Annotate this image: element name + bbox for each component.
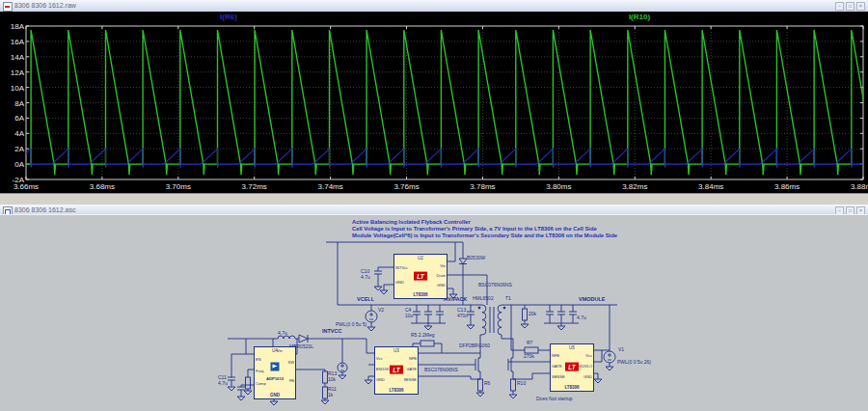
cap_v-symbol bbox=[374, 271, 382, 274]
ic-U2[interactable]: U2INTVccGNDVinDrainGNDLTLT8306 bbox=[393, 254, 448, 299]
component-label: R7 bbox=[527, 341, 532, 345]
ground-symbol bbox=[606, 367, 613, 370]
annotation-line: Active Balancing Isolated Flyback Contro… bbox=[352, 219, 617, 226]
component-label: B0530W bbox=[467, 256, 485, 260]
x-tick-label: 3.74ms bbox=[318, 182, 343, 191]
annotation-line: Module Voltage(Cell*6) is Input to Trans… bbox=[352, 233, 617, 239]
res_v-symbol bbox=[523, 309, 528, 320]
component-label: 470n bbox=[457, 314, 468, 318]
net-label: INTVCC bbox=[322, 329, 341, 334]
window-control-button[interactable]: – bbox=[835, 2, 844, 11]
y-tick-label: 0A bbox=[14, 160, 24, 169]
component-label: 4.7u bbox=[361, 275, 370, 280]
cap_v-symbol bbox=[413, 312, 420, 315]
window-control-button[interactable]: □ bbox=[846, 2, 854, 11]
cap_v-symbol bbox=[546, 312, 554, 315]
y-tick-label: 10A bbox=[11, 84, 25, 93]
res_v-symbol bbox=[511, 379, 516, 391]
window-controls[interactable]: –□× bbox=[835, 2, 865, 11]
waveform-svg: 3.66ms3.68ms3.70ms3.72ms3.74ms3.76ms3.78… bbox=[0, 12, 868, 193]
component-label: 1k bbox=[328, 393, 333, 397]
component-label: R6 bbox=[484, 381, 490, 386]
annotation-line: Cell Voltage is Input to Transformer's P… bbox=[352, 226, 617, 233]
y-tick-label: 12A bbox=[11, 68, 25, 77]
cap_v-symbol bbox=[237, 387, 245, 390]
x-tick-label: 3.78ms bbox=[470, 182, 495, 191]
res_v-symbol bbox=[323, 387, 328, 398]
ground-symbol bbox=[594, 379, 602, 383]
ground-symbol bbox=[476, 393, 484, 397]
x-tick-label: 3.68ms bbox=[90, 182, 115, 191]
res_v-symbol bbox=[478, 379, 483, 391]
ground-symbol bbox=[270, 401, 278, 405]
component-label: 4.7u bbox=[577, 315, 586, 320]
adi-logo bbox=[271, 363, 280, 371]
waveform-plot-area[interactable]: 3.66ms3.68ms3.70ms3.72ms3.74ms3.76ms3.78… bbox=[0, 12, 868, 193]
ground-symbol bbox=[237, 397, 245, 400]
legend-IR10[interactable]: I(R10) bbox=[629, 13, 650, 21]
waveform-window-icon bbox=[3, 2, 13, 12]
component-label: R10 bbox=[517, 381, 526, 386]
component-label: V2 bbox=[378, 308, 384, 313]
res_v-symbol bbox=[323, 371, 328, 383]
ic-U3[interactable]: U3VccEN/UVLOGNDNFBGATESENSELTLT8306 bbox=[374, 346, 419, 395]
legend-IR6[interactable]: I(R6) bbox=[220, 13, 237, 21]
x-tick-label: 3.72ms bbox=[242, 182, 267, 191]
x-tick-label: 3.76ms bbox=[393, 182, 419, 191]
component-label: T1 bbox=[505, 296, 511, 301]
x-tick-label: 3.70ms bbox=[166, 182, 191, 191]
cap_v-symbol bbox=[228, 377, 235, 380]
nmos-symbol bbox=[508, 358, 513, 371]
ground-symbol bbox=[557, 326, 565, 330]
x-tick-label: 3.82ms bbox=[622, 182, 647, 191]
component-label: DFP2BRG060 bbox=[459, 343, 490, 348]
window-control-button[interactable]: × bbox=[856, 2, 865, 11]
ic-U4[interactable]: U4ENFreqCompSWFBVinADP1612GND bbox=[254, 346, 296, 399]
component-label: HML6502 bbox=[473, 296, 494, 301]
component-label: 4.7u bbox=[278, 331, 287, 336]
ground-symbol bbox=[321, 400, 329, 404]
y-tick-label: -2A bbox=[13, 176, 25, 184]
cap_v-symbol bbox=[557, 312, 565, 315]
diode_v-symbol bbox=[459, 257, 467, 271]
y-tick-label: 16A bbox=[11, 38, 25, 46]
y-tick-label: 14A bbox=[11, 53, 25, 62]
component-label: Does Not startup bbox=[536, 397, 573, 401]
component-label: PWL(0 0 5u 5) bbox=[336, 322, 366, 327]
lt-logo: LT bbox=[390, 366, 403, 374]
cap_v-symbol bbox=[467, 312, 475, 315]
ground-symbol bbox=[424, 326, 432, 330]
transformer-T1 bbox=[478, 305, 505, 335]
x-tick-label: 3.84ms bbox=[698, 182, 723, 191]
component-label: R5 2.2Meg bbox=[411, 333, 434, 338]
ic-U5[interactable]: U5NFBGATESENSEVccEN/UVLOGNDLTLT8306 bbox=[550, 343, 594, 392]
res_h-symbol bbox=[420, 341, 434, 346]
lt-logo: LT bbox=[565, 363, 579, 371]
x-tick-label: 3.80ms bbox=[546, 182, 571, 191]
ground-symbol bbox=[244, 391, 252, 395]
cap_v-symbol bbox=[424, 312, 432, 315]
cap_v-symbol bbox=[569, 312, 577, 315]
cap_v-symbol bbox=[436, 312, 444, 315]
res_v-symbol bbox=[246, 377, 251, 389]
y-tick-label: 8A bbox=[14, 99, 24, 108]
component-label: BSC076N06NS bbox=[478, 283, 512, 288]
y-tick-label: 6A bbox=[14, 114, 24, 123]
component-label: 20k bbox=[529, 312, 536, 316]
ground-symbol bbox=[467, 325, 475, 329]
component-label: 4.7u bbox=[218, 381, 228, 386]
ground-symbol bbox=[509, 395, 517, 398]
y-tick-label: 2A bbox=[14, 145, 24, 153]
ground-symbol bbox=[521, 324, 529, 328]
nmos-symbol bbox=[475, 358, 480, 371]
schematic-window-title: 8306 8306 1612.asc bbox=[14, 206, 75, 213]
component-label: 10u bbox=[405, 314, 413, 318]
component-label: BSC076N06NS bbox=[424, 368, 458, 372]
component-label: 270k bbox=[524, 354, 534, 359]
component-label: 10k bbox=[328, 377, 336, 382]
component-label: PWL(0 0 5u 26) bbox=[617, 360, 651, 365]
waveform-window-title: 8306 8306 1612.raw bbox=[14, 2, 76, 9]
x-tick-label: 3.88ms bbox=[851, 182, 868, 191]
ground-symbol bbox=[367, 327, 375, 331]
schematic-canvas[interactable]: Active Balancing Isolated Flyback Contro… bbox=[0, 214, 868, 411]
